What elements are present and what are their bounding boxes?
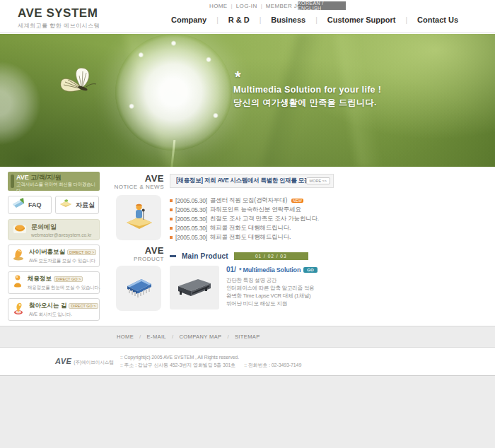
direct-go-badge[interactable]: DIRECT GO > bbox=[69, 303, 98, 309]
sidebar-item-archive[interactable]: 자료실 bbox=[55, 196, 99, 214]
new-badge: NEW bbox=[291, 199, 303, 203]
directions-title: 찾아오시는 길 bbox=[29, 302, 66, 310]
nav-contact-us[interactable]: Contact Us bbox=[407, 16, 468, 24]
faq-label: FAQ bbox=[28, 201, 42, 208]
product-desc-line: 완벽한 Time Lapse VCR 대체 (1채널) bbox=[226, 292, 318, 300]
bullet-icon bbox=[170, 218, 173, 220]
dash-icon bbox=[170, 255, 176, 257]
dandelion-puff bbox=[115, 34, 232, 151]
sidebar-item-recruit[interactable]: 채용정보 DIRECT GO > 채용정보를 한눈에 보실 수 있습니다. bbox=[8, 271, 100, 294]
cyber-pr-text: 사이버홍보실 DIRECT GO > AVE 보도자료를 보실 수 있습니다 bbox=[29, 248, 96, 264]
news-text: 친절도 조사 고객 만족도 조사 가능합니다. bbox=[210, 215, 319, 223]
product-photo[interactable] bbox=[170, 266, 219, 310]
sidebar-item-faq[interactable]: FAQ bbox=[8, 196, 52, 214]
news-item[interactable]: [2005.05.30] 해피콜 전화도 대행해드립니다. bbox=[170, 232, 336, 242]
main-product-row: Main Product 01 / 02 / 03 bbox=[170, 252, 308, 260]
sidebar-item-directions[interactable]: 찾아오시는 길 DIRECT GO > AVE 회사지도 입니다. bbox=[8, 298, 100, 321]
copyright-text: :: Copyright(c) 2005 AVE SYSTEM , All Ri… bbox=[120, 353, 308, 361]
product-desc-line: 인터페이스에 따른 압축 알고리즘 적용 bbox=[226, 284, 318, 292]
language-toggle-button[interactable]: KOREAN / ENGLISH bbox=[298, 1, 346, 10]
notice-headline[interactable]: [채용정보] 저희 AVE 시스템에서 특별한 인재를 모집합니다 MORE >… bbox=[170, 174, 334, 188]
footer-nav-band: HOME / E-MAIL / COMPANY MAP / SITEMAP bbox=[0, 326, 495, 348]
notice-header-brand: AVE bbox=[113, 173, 164, 184]
footer-link-company-map[interactable]: COMPANY MAP bbox=[179, 334, 221, 340]
sidebar-header-title: AVE 고/객/지/원 bbox=[16, 174, 95, 181]
copyright-section: AVE (주)에이브이시스템 :: Copyright(c) 2005 AVE … bbox=[0, 348, 495, 375]
separator: | bbox=[231, 3, 233, 9]
utility-link-home[interactable]: HOME bbox=[209, 3, 228, 9]
footer-logo[interactable]: AVE (주)에이브이시스템 bbox=[55, 357, 114, 366]
sidebar-item-cyber-pr[interactable]: 사이버홍보실 DIRECT GO > AVE 보도자료를 보실 수 있습니다 bbox=[8, 244, 100, 267]
nav-customer-support[interactable]: Customer Support bbox=[318, 16, 406, 24]
bottom-spacer bbox=[0, 375, 495, 448]
utility-link-login[interactable]: LOG-IN bbox=[236, 3, 257, 9]
product-header-brand: AVE bbox=[113, 245, 164, 256]
nav-rnd[interactable]: R & D bbox=[219, 16, 260, 24]
direct-go-badge[interactable]: DIRECT GO > bbox=[67, 249, 96, 255]
bullet-icon bbox=[170, 236, 173, 239]
footer-link-home[interactable]: HOME bbox=[117, 334, 134, 340]
recruit-desc: 채용정보를 한눈에 보실 수 있습니다. bbox=[28, 285, 100, 291]
product-card: 01/ * Multimedia Solution GO 간단한 특징 설명 공… bbox=[170, 266, 318, 310]
product-name-link[interactable]: * Multimedia Solution bbox=[239, 266, 301, 273]
bullet-icon bbox=[170, 208, 173, 211]
logo[interactable]: AVE SYSTEM 세계최고를 향한 에브이시스템 bbox=[18, 6, 100, 30]
faq-icon bbox=[11, 197, 25, 213]
news-item[interactable]: [2005.05.30] 콜센터 직원 모집(경력자우대) NEW bbox=[170, 196, 336, 205]
separator: / bbox=[227, 334, 228, 340]
nav-company[interactable]: Company bbox=[161, 16, 216, 24]
person-icon bbox=[12, 274, 23, 291]
nav-business[interactable]: Business bbox=[261, 16, 315, 24]
cyber-pr-title: 사이버홍보실 bbox=[29, 248, 65, 257]
butterfly-icon bbox=[57, 66, 100, 105]
news-date: [2005.05.30] bbox=[175, 197, 207, 204]
separator: / bbox=[139, 334, 141, 340]
mail-text: 문의메일 webmaster@avesystem.co.kr bbox=[31, 223, 91, 237]
sidebar-header-customer-support[interactable]: AVE 고/객/지/원 고객서비스를 위하여 최선을 다하겠습니다 bbox=[8, 172, 100, 191]
cyber-pr-desc: AVE 보도자료를 보실 수 있습니다 bbox=[29, 258, 96, 264]
sidebar-brand: AVE bbox=[16, 174, 29, 181]
news-item[interactable]: [2005.05.30] 파워포인트 능숙하신분 연락주세요 bbox=[170, 205, 336, 214]
sidebar-subtitle: 고객서비스를 위하여 최선을 다하겠습니다 bbox=[16, 182, 95, 194]
product-desc-line: 뛰어난 비디오 해상도 지원 bbox=[226, 300, 318, 307]
footer-link-sitemap[interactable]: SITEMAP bbox=[235, 334, 260, 340]
product-description: 간단한 특징 설명 공간 인터페이스에 따른 압축 알고리즘 적용 완벽한 Ti… bbox=[226, 276, 318, 307]
direct-go-badge[interactable]: DIRECT GO > bbox=[54, 276, 83, 282]
news-date: [2005.05.30] bbox=[175, 225, 207, 232]
footer-link-email[interactable]: E-MAIL bbox=[147, 334, 166, 340]
product-number: 01/ bbox=[226, 266, 236, 273]
logo-text: AVE SYSTEM bbox=[18, 6, 100, 20]
go-button[interactable]: GO bbox=[303, 267, 317, 273]
more-button[interactable]: MORE >> bbox=[306, 177, 330, 184]
recruit-title: 채용정보 bbox=[28, 275, 52, 283]
news-list: [2005.05.30] 콜센터 직원 모집(경력자우대) NEW [2005.… bbox=[170, 196, 336, 242]
news-text: 해피콜 전화도 대행해드립니다. bbox=[210, 224, 291, 232]
news-text: 파워포인트 능숙하신분 연락주세요 bbox=[210, 206, 301, 214]
sidebar: AVE 고/객/지/원 고객서비스를 위하여 최선을 다하겠습니다 FAQ bbox=[8, 172, 100, 321]
hero-star: * bbox=[235, 71, 381, 83]
product-info: 01/ * Multimedia Solution GO 간단한 특징 설명 공… bbox=[226, 266, 318, 310]
main-product-label: Main Product bbox=[182, 252, 228, 260]
news-item[interactable]: [2005.05.30] 친절도 조사 고객 만족도 조사 가능합니다. bbox=[170, 214, 336, 223]
news-text: 콜센터 직원 모집(경력자우대) bbox=[210, 196, 287, 205]
news-date: [2005.05.30] bbox=[175, 216, 207, 223]
chip-3d-icon bbox=[122, 272, 156, 305]
mail-icon bbox=[13, 223, 27, 237]
product-pager[interactable]: 01 / 02 / 03 bbox=[234, 252, 308, 260]
hero-banner: * Multimedia Solution for your life ! 당신… bbox=[0, 34, 495, 167]
news-item[interactable]: [2005.05.30] 해피콜 전화도 대행해드립니다. bbox=[170, 223, 336, 232]
hero-caption: * Multimedia Solution for your life ! 당신… bbox=[233, 71, 381, 109]
product-desc-line: 간단한 특징 설명 공간 bbox=[226, 276, 318, 284]
page: AVE SYSTEM 세계최고를 향한 에브이시스템 HOME | LOG-IN… bbox=[0, 0, 495, 448]
notice-section-header: AVE NOTICE & NEWS bbox=[113, 173, 164, 190]
mail-address: webmaster@avesystem.co.kr bbox=[31, 232, 91, 237]
phone-text: :: 전화번호 : 02-3493-7149 bbox=[244, 362, 301, 367]
megaphone-icon bbox=[12, 247, 25, 264]
separator: / bbox=[172, 334, 173, 340]
bullet-icon bbox=[170, 199, 173, 202]
notice-header-label: NOTICE & NEWS bbox=[113, 184, 164, 190]
announcer-3d-icon bbox=[122, 200, 155, 235]
news-date: [2005.05.30] bbox=[175, 234, 207, 241]
sidebar-item-contact-mail[interactable]: 문의메일 webmaster@avesystem.co.kr bbox=[8, 219, 100, 240]
recruit-text: 채용정보 DIRECT GO > 채용정보를 한눈에 보실 수 있습니다. bbox=[28, 275, 100, 291]
